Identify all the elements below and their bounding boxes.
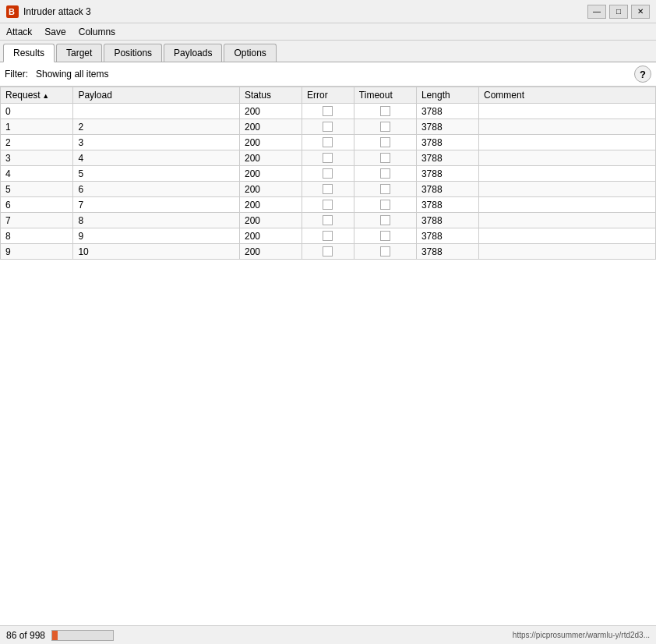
progress-bar-container [51,630,114,641]
filter-value: Showing all items [36,69,108,80]
checkbox[interactable] [323,246,333,257]
col-header-comment[interactable]: Comment [479,87,656,104]
tab-bar: Results Target Positions Payloads Option… [0,41,656,62]
col-header-request[interactable]: Request [1,87,73,104]
checkbox[interactable] [380,137,390,147]
table-row: 02003788 [1,104,656,119]
tab-results[interactable]: Results [3,44,55,62]
table-container: Request Payload Status Error Timeout Len… [0,87,656,625]
menu-save[interactable]: Save [41,26,69,38]
window-title: Intruder attack 3 [23,6,91,17]
table-row: 672003788 [1,197,656,213]
table-scroll[interactable]: Request Payload Status Error Timeout Len… [0,87,656,625]
tab-target[interactable]: Target [56,44,102,62]
checkbox[interactable] [323,137,333,147]
table-row: 892003788 [1,228,656,244]
table-row: 9102003788 [1,244,656,260]
filter-bar: Filter: Showing all items ? [0,62,656,87]
checkbox[interactable] [380,215,390,225]
col-header-status[interactable]: Status [240,87,302,104]
maximize-button[interactable]: □ [609,5,628,19]
checkbox[interactable] [323,231,333,241]
checkbox[interactable] [380,168,390,179]
table-row: 452003788 [1,166,656,182]
checkbox[interactable] [380,246,390,257]
help-button[interactable]: ? [634,65,651,83]
tab-positions[interactable]: Positions [104,44,162,62]
title-bar-left: B Intruder attack 3 [6,5,91,18]
checkbox[interactable] [380,122,390,132]
checkbox[interactable] [323,215,333,225]
tab-payloads[interactable]: Payloads [164,44,222,62]
checkbox[interactable] [380,184,390,194]
checkbox[interactable] [323,106,333,116]
menu-columns[interactable]: Columns [76,26,118,38]
svg-text:B: B [9,7,15,16]
filter-label: Filter: Showing all items [5,69,108,80]
status-left: 86 of 998 [6,630,114,641]
table-header-row: Request Payload Status Error Timeout Len… [1,87,656,104]
checkbox[interactable] [323,153,333,163]
checkbox[interactable] [323,184,333,194]
title-bar: B Intruder attack 3 — □ ✕ [0,0,656,23]
status-url: https://picprosummer/warmlu-y/rtd2d3... [513,631,650,639]
table-row: 122003788 [1,119,656,135]
main-content: Filter: Showing all items ? Request Payl… [0,62,656,625]
status-count: 86 of 998 [6,630,45,641]
title-bar-controls: — □ ✕ [587,5,650,19]
menu-attack[interactable]: Attack [3,26,35,38]
checkbox[interactable] [380,200,390,210]
app-icon: B [6,5,19,18]
close-button[interactable]: ✕ [631,5,650,19]
results-table: Request Payload Status Error Timeout Len… [0,87,656,260]
checkbox[interactable] [323,200,333,210]
checkbox[interactable] [380,231,390,241]
col-header-timeout[interactable]: Timeout [354,87,416,104]
tab-options[interactable]: Options [224,44,276,62]
minimize-button[interactable]: — [587,5,606,19]
menu-bar: Attack Save Columns [0,23,656,41]
progress-bar-fill [52,631,58,640]
checkbox[interactable] [323,168,333,179]
col-header-payload[interactable]: Payload [73,87,240,104]
table-row: 562003788 [1,182,656,197]
checkbox[interactable] [380,153,390,163]
table-row: 232003788 [1,135,656,150]
table-row: 782003788 [1,213,656,228]
checkbox[interactable] [323,122,333,132]
checkbox[interactable] [380,106,390,116]
col-header-length[interactable]: Length [416,87,478,104]
col-header-error[interactable]: Error [302,87,354,104]
status-bar: 86 of 998 https://picprosummer/warmlu-y/… [0,625,656,644]
table-row: 342003788 [1,150,656,166]
